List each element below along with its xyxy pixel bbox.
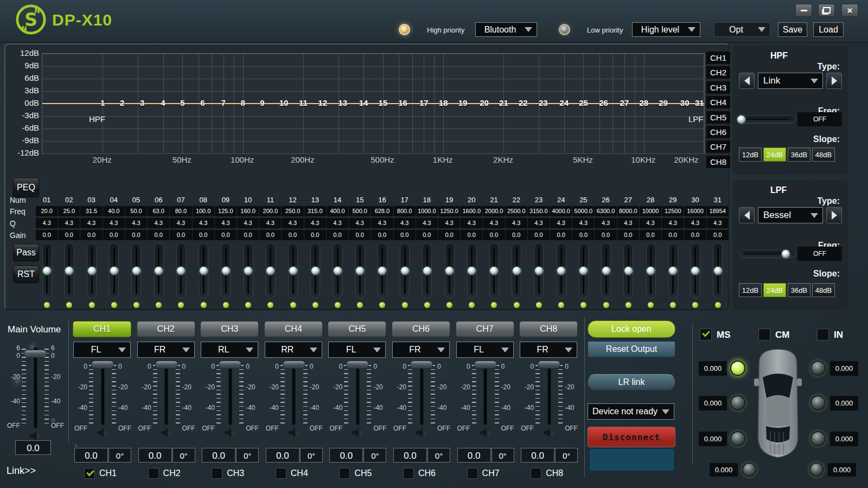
graph-channel-tab-ch8[interactable]: CH8 bbox=[706, 156, 730, 168]
slider-thumb[interactable] bbox=[535, 267, 543, 275]
channel-phase-value[interactable]: 0° bbox=[173, 448, 195, 463]
lpf-slope-36dB[interactable]: 36dB bbox=[788, 283, 810, 297]
fader-thumb[interactable] bbox=[219, 361, 241, 369]
band-gain-slider[interactable] bbox=[154, 243, 164, 298]
eq-band-number[interactable]: 30 bbox=[680, 98, 690, 107]
channel-gain-value[interactable]: 0.0 bbox=[329, 448, 363, 463]
slider-thumb[interactable] bbox=[737, 115, 745, 124]
eq-band-number[interactable]: 7 bbox=[221, 98, 226, 107]
slider-thumb[interactable] bbox=[490, 267, 498, 275]
eq-band-number[interactable]: 12 bbox=[318, 98, 327, 107]
channel-gain-value[interactable]: 0.0 bbox=[74, 448, 108, 463]
eq-band-number[interactable]: 22 bbox=[519, 98, 528, 107]
eq-band-number[interactable]: 23 bbox=[539, 98, 548, 107]
maximize-button[interactable] bbox=[818, 4, 835, 17]
channel-phase-value[interactable]: 0° bbox=[427, 448, 450, 463]
eq-band-number[interactable]: 20 bbox=[480, 98, 489, 107]
peq-button[interactable]: PEQ bbox=[13, 178, 39, 197]
slider-thumb[interactable] bbox=[714, 267, 722, 275]
output-checkbox-cm[interactable] bbox=[758, 329, 770, 341]
band-gain-slider[interactable] bbox=[176, 243, 186, 298]
hpf-type-select[interactable]: Link bbox=[758, 73, 823, 89]
eq-band-number[interactable]: 10 bbox=[279, 98, 289, 107]
eq-band-number[interactable]: 11 bbox=[299, 98, 308, 107]
band-gain-slider[interactable] bbox=[87, 243, 97, 298]
output-checkbox-ms[interactable] bbox=[700, 329, 712, 341]
slider-thumb[interactable] bbox=[356, 267, 364, 275]
main-volume-value[interactable]: 0.0 bbox=[15, 440, 51, 455]
channel-select-button-ch4[interactable]: CH4 bbox=[264, 321, 323, 337]
output-gain-knob[interactable] bbox=[812, 396, 825, 409]
graph-channel-tab-ch2[interactable]: CH2 bbox=[706, 66, 730, 79]
band-gain-slider[interactable] bbox=[579, 243, 589, 298]
band-gain-slider[interactable] bbox=[489, 243, 499, 298]
fader-track[interactable] bbox=[229, 364, 232, 425]
eq-band-number[interactable]: 21 bbox=[499, 98, 508, 107]
slider-thumb[interactable] bbox=[445, 267, 454, 275]
slider-thumb[interactable] bbox=[401, 267, 409, 275]
eq-band-number[interactable]: 14 bbox=[359, 98, 368, 107]
channel-gain-value[interactable]: 0.0 bbox=[266, 448, 299, 463]
band-gain-slider[interactable] bbox=[445, 243, 455, 298]
output-gain-knob[interactable] bbox=[731, 432, 744, 445]
eq-band-number[interactable]: 5 bbox=[180, 98, 184, 107]
band-gain-slider[interactable] bbox=[109, 243, 119, 298]
channel-phase-value[interactable]: 0° bbox=[108, 448, 131, 463]
hpf-type-prev-button[interactable] bbox=[739, 73, 755, 89]
slider-thumb[interactable] bbox=[155, 267, 163, 275]
band-gain-slider[interactable] bbox=[221, 243, 231, 298]
band-gain-slider[interactable] bbox=[42, 243, 52, 298]
slider-thumb[interactable] bbox=[200, 267, 208, 275]
band-gain-slider[interactable] bbox=[131, 243, 141, 298]
lpf-type-next-button[interactable] bbox=[826, 207, 842, 223]
lr-link-button[interactable]: LR link bbox=[588, 374, 675, 390]
slider-thumb[interactable] bbox=[378, 267, 386, 275]
band-gain-slider[interactable] bbox=[512, 243, 521, 298]
link-checkbox-ch6[interactable] bbox=[403, 468, 414, 479]
eq-band-number[interactable]: 18 bbox=[439, 98, 448, 107]
fader-thumb[interactable] bbox=[91, 361, 114, 369]
channel-select-button-ch1[interactable]: CH1 bbox=[73, 321, 131, 337]
band-gain-slider[interactable] bbox=[713, 243, 723, 298]
slider-thumb[interactable] bbox=[782, 250, 790, 258]
link-checkbox-ch5[interactable] bbox=[339, 468, 350, 479]
slider-thumb[interactable] bbox=[602, 267, 610, 275]
output-gain-knob[interactable] bbox=[743, 464, 755, 476]
eq-frequency-plot[interactable]: 1234567891011121314151617181920212223242… bbox=[42, 53, 705, 154]
band-gain-slider[interactable] bbox=[199, 243, 208, 298]
lpf-slope-48dB[interactable]: 48dB bbox=[812, 283, 835, 297]
hpf-type-next-button[interactable] bbox=[826, 73, 842, 89]
channel-select-button-ch6[interactable]: CH6 bbox=[392, 321, 450, 337]
band-gain-slider[interactable] bbox=[333, 243, 342, 298]
load-button[interactable]: Load bbox=[813, 22, 844, 37]
lpf-type-prev-button[interactable] bbox=[739, 207, 755, 223]
minimize-button[interactable] bbox=[795, 4, 812, 17]
fader-thumb[interactable] bbox=[346, 361, 369, 369]
slider-thumb[interactable] bbox=[691, 267, 699, 275]
link-checkbox-ch8[interactable] bbox=[531, 468, 541, 479]
disconnect-button[interactable]: Disconnect bbox=[588, 427, 675, 447]
output-checkbox-in[interactable] bbox=[817, 329, 829, 341]
output-gain-knob[interactable] bbox=[731, 362, 744, 375]
fader-track[interactable] bbox=[356, 364, 359, 425]
link-checkbox-ch4[interactable] bbox=[276, 468, 286, 479]
reset-output-button[interactable]: Reset Output bbox=[588, 341, 675, 357]
channel-select-button-ch8[interactable]: CH8 bbox=[519, 321, 578, 337]
rst-button[interactable]: RST bbox=[13, 266, 39, 283]
link-button[interactable]: Link>> bbox=[7, 465, 36, 477]
slider-thumb[interactable] bbox=[669, 267, 677, 275]
eq-band-number[interactable]: 25 bbox=[579, 98, 588, 107]
hpf-slope-24dB[interactable]: 24dB bbox=[763, 147, 786, 162]
graph-channel-tab-ch5[interactable]: CH5 bbox=[706, 111, 730, 124]
save-button[interactable]: Save bbox=[778, 22, 807, 37]
fader-thumb[interactable] bbox=[24, 350, 47, 358]
link-checkbox-ch2[interactable] bbox=[148, 468, 159, 479]
eq-band-number[interactable]: 31 bbox=[695, 98, 704, 107]
lpf-slope-12dB[interactable]: 12dB bbox=[739, 283, 762, 297]
slider-thumb[interactable] bbox=[110, 267, 118, 275]
band-gain-slider[interactable] bbox=[378, 243, 387, 298]
fader-track[interactable] bbox=[420, 364, 423, 425]
slider-thumb[interactable] bbox=[557, 267, 565, 275]
eq-band-number[interactable]: 17 bbox=[419, 98, 429, 107]
band-gain-slider[interactable] bbox=[467, 243, 477, 298]
